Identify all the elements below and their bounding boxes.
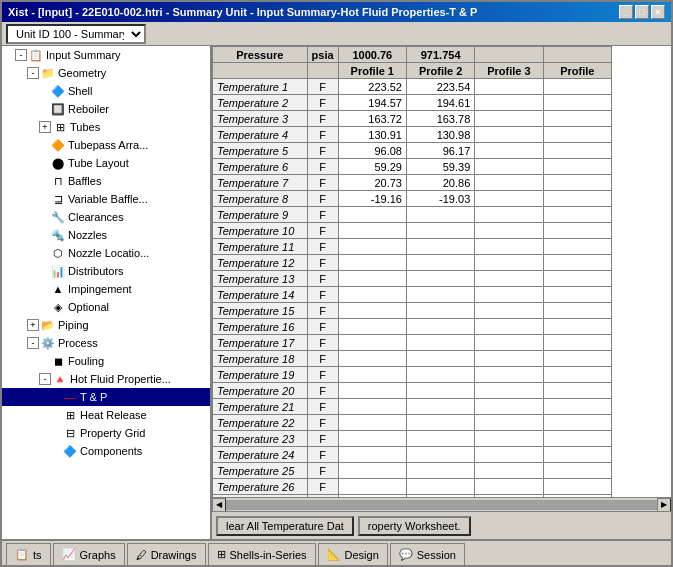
expand-process[interactable]: - [27,337,39,349]
unit-bar: Unit ID 100 - Summary Unit [2,22,671,46]
input-tab-icon: 📋 [15,548,29,561]
horizontal-scrollbar[interactable]: ◀ ▶ [212,497,671,511]
sidebar-item-reboiler[interactable]: 🔲 Reboiler [2,100,210,118]
table-row: Temperature 12F [213,255,612,271]
sidebar-label-nozzle-location: Nozzle Locatio... [68,247,210,259]
sidebar-item-nozzles[interactable]: 🔩 Nozzles [2,226,210,244]
sidebar-item-property-grid[interactable]: ⊟ Property Grid [2,424,210,442]
sidebar-label-tubepass: Tubepass Arra... [68,139,210,151]
sidebar-item-tubepass[interactable]: 🔶 Tubepass Arra... [2,136,210,154]
scroll-right-btn[interactable]: ▶ [657,498,671,512]
sidebar-label-tube-layout: Tube Layout [68,157,210,169]
window-title: Xist - [Input] - 22E010-002.htri - Summa… [8,6,477,18]
tab-design[interactable]: 📐 Design [318,543,388,565]
sidebar-item-distributors[interactable]: 📊 Distributors [2,262,210,280]
sidebar-label-distributors: Distributors [68,265,210,277]
unit-dropdown[interactable]: Unit ID 100 - Summary Unit [6,24,146,44]
sidebar-label-baffles: Baffles [68,175,210,187]
col-profile1: Profile 1 [338,63,406,79]
sidebar-item-t-and-p[interactable]: — T & P [2,388,210,406]
sidebar-item-shell[interactable]: 🔷 Shell [2,82,210,100]
fouling-icon: ◼ [50,353,66,369]
sidebar-item-fouling[interactable]: ◼ Fouling [2,352,210,370]
col-pressure: Pressure [213,47,308,63]
bottom-bar: lear All Temperature Dat roperty Workshe… [212,511,671,539]
right-panel: Pressure psia 1000.76 971.754 Profile 1 … [212,46,671,539]
sidebar: - 📋 Input Summary - 📁 Geometry 🔷 [2,46,212,539]
expand-piping[interactable]: + [27,319,39,331]
shell-icon: 🔷 [50,83,66,99]
expand-tubes[interactable]: + [39,121,51,133]
process-icon: ⚙️ [40,335,56,351]
minimize-button[interactable]: _ [619,5,633,19]
variable-baffle-icon: ⊒ [50,191,66,207]
tab-inputs[interactable]: 📋 ts [6,543,51,565]
sidebar-item-input-summary[interactable]: - 📋 Input Summary [2,46,210,64]
tab-drawings[interactable]: 🖊 Drawings [127,543,206,565]
graphs-tab-icon: 📈 [62,548,76,561]
table-header-pressure: Pressure psia 1000.76 971.754 [213,47,612,63]
sidebar-label-geometry: Geometry [58,67,210,79]
close-button[interactable]: × [651,5,665,19]
tubepass-icon: 🔶 [50,137,66,153]
sidebar-item-heat-release[interactable]: ⊞ Heat Release [2,406,210,424]
sidebar-item-components[interactable]: 🔷 Components [2,442,210,460]
sidebar-label-process: Process [58,337,210,349]
table-row: Temperature 11F [213,239,612,255]
sidebar-item-geometry[interactable]: - 📁 Geometry [2,64,210,82]
sidebar-label-tubes: Tubes [70,121,210,133]
scroll-track[interactable] [226,500,657,510]
drawings-tab-icon: 🖊 [136,549,147,561]
tubes-icon: ⊞ [52,119,68,135]
sidebar-item-nozzle-location[interactable]: ⬡ Nozzle Locatio... [2,244,210,262]
heat-release-icon: ⊞ [62,407,78,423]
table-row: Temperature 9F [213,207,612,223]
sidebar-item-hot-fluid[interactable]: - 🔺 Hot Fluid Propertie... [2,370,210,388]
tab-graphs[interactable]: 📈 Graphs [53,543,125,565]
sidebar-item-piping[interactable]: + 📂 Piping [2,316,210,334]
sidebar-label-input-summary: Input Summary [46,49,210,61]
maximize-button[interactable]: □ [635,5,649,19]
components-icon: 🔷 [62,443,78,459]
sidebar-label-optional: Optional [68,301,210,313]
table-row: Temperature 16F [213,319,612,335]
table-row: Temperature 3F163.72163.78 [213,111,612,127]
t-p-icon: — [62,389,78,405]
tab-shells-in-series[interactable]: ⊞ Shells-in-Series [208,543,316,565]
clearances-icon: 🔧 [50,209,66,225]
expand-geometry[interactable]: - [27,67,39,79]
clear-temp-button[interactable]: lear All Temperature Dat [216,516,354,536]
col-p2-val: 971.754 [406,47,474,63]
sidebar-item-process[interactable]: - ⚙️ Process [2,334,210,352]
col-empty2 [307,63,338,79]
sidebar-item-baffles[interactable]: ⊓ Baffles [2,172,210,190]
tab-session[interactable]: 💬 Session [390,543,465,565]
table-row: Temperature 20F [213,383,612,399]
col-p3-val [475,47,543,63]
sidebar-item-variable-baffle[interactable]: ⊒ Variable Baffle... [2,190,210,208]
col-profile3: Profile 3 [475,63,543,79]
sidebar-label-t-and-p: T & P [80,391,210,403]
scroll-left-btn[interactable]: ◀ [212,498,226,512]
table-row: Temperature 2F194.57194.61 [213,95,612,111]
main-window: Xist - [Input] - 22E010-002.htri - Summa… [0,0,673,567]
table-row: Temperature 17F [213,335,612,351]
sidebar-item-impingement[interactable]: ▲ Impingement [2,280,210,298]
sidebar-item-tube-layout[interactable]: ⬤ Tube Layout [2,154,210,172]
col-unit: psia [307,47,338,63]
expand-hot-fluid[interactable]: - [39,373,51,385]
hot-fluid-icon: 🔺 [52,371,68,387]
sidebar-item-optional[interactable]: ◈ Optional [2,298,210,316]
table-row: Temperature 6F59.2959.39 [213,159,612,175]
shells-tab-icon: ⊞ [217,548,226,561]
table-row: Temperature 13F [213,271,612,287]
distributors-icon: 📊 [50,263,66,279]
nozzle-location-icon: ⬡ [50,245,66,261]
sidebar-item-tubes[interactable]: + ⊞ Tubes [2,118,210,136]
expand-input-summary[interactable]: - [15,49,27,61]
sidebar-label-variable-baffle: Variable Baffle... [68,193,210,205]
sidebar-label-property-grid: Property Grid [80,427,210,439]
property-worksheet-button[interactable]: roperty Worksheet. [358,516,471,536]
sidebar-label-hot-fluid: Hot Fluid Propertie... [70,373,210,385]
sidebar-item-clearances[interactable]: 🔧 Clearances [2,208,210,226]
